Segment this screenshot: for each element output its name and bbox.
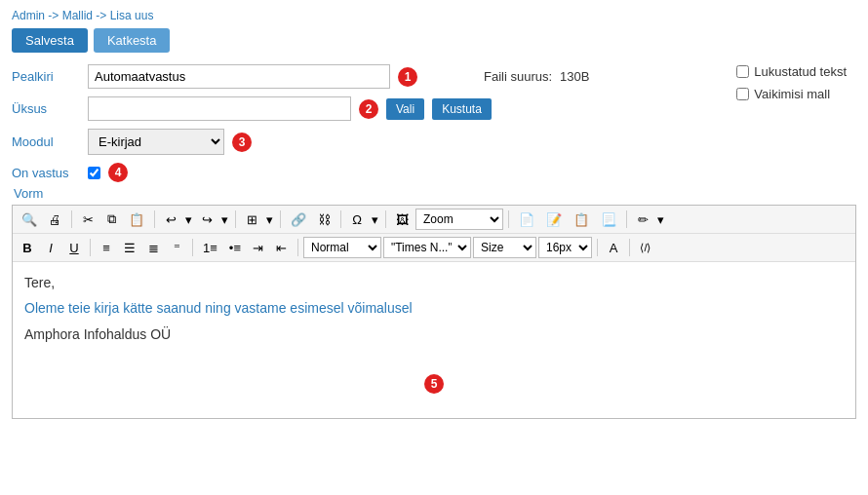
print-icon-btn[interactable]: 🖨: [44, 209, 66, 230]
table-dropdown-btn[interactable]: ▾: [264, 209, 275, 230]
bold-btn[interactable]: B: [17, 237, 38, 258]
sep9: [90, 239, 91, 256]
pencil-dropdown-btn[interactable]: ▾: [655, 209, 666, 230]
font-size-select[interactable]: Size: [473, 237, 536, 258]
badge-2: 2: [359, 99, 378, 119]
vaikimisi-mall-row: Vaikimisi mall: [736, 87, 847, 101]
source-btn[interactable]: ⟨/⟩: [635, 237, 656, 258]
lukustatud-tekst-checkbox[interactable]: [736, 65, 749, 78]
sep2: [154, 210, 155, 228]
paste-word-btn[interactable]: 📝: [541, 209, 567, 230]
editor-line-3: Amphora Infohaldus OÜ: [24, 324, 844, 345]
image-icon-btn[interactable]: 🖼: [391, 209, 414, 230]
indent-btn[interactable]: ⇥: [248, 237, 269, 258]
italic-btn[interactable]: I: [40, 237, 61, 258]
pencil-icon-btn[interactable]: ✏: [632, 209, 653, 230]
badge-4: 4: [108, 163, 128, 182]
faili-suurus-value: 130B: [560, 69, 589, 84]
toolbar-row-2: B I U ≡ ☰ ≣ ⁼ 1≡ •≡ ⇥ ⇤ Normal: [13, 234, 855, 262]
redo-icon-btn[interactable]: ↪: [196, 209, 217, 230]
font-color-btn[interactable]: A: [603, 237, 624, 258]
paste3-btn[interactable]: 📃: [596, 209, 621, 230]
justify-btn[interactable]: ⁼: [166, 237, 187, 258]
align-left-btn[interactable]: ≡: [96, 237, 117, 258]
moodul-label: Moodul: [12, 134, 80, 149]
ordered-list-btn[interactable]: 1≡: [198, 237, 222, 258]
pealkiri-label: Pealkiri: [12, 69, 80, 84]
lukustatud-tekst-label: Lukustatud tekst: [754, 64, 847, 79]
sep3: [235, 210, 236, 228]
sep5: [340, 210, 341, 228]
editor-content[interactable]: Tere, Oleme teie kirja kätte saanud ning…: [13, 262, 855, 418]
outdent-btn[interactable]: ⇤: [271, 237, 293, 258]
align-right-btn[interactable]: ≣: [142, 237, 164, 258]
paste-icon-btn[interactable]: 📋: [124, 209, 149, 230]
omega-icon-btn[interactable]: Ω: [346, 209, 368, 230]
sep4: [280, 210, 281, 228]
copy-icon-btn[interactable]: ⧉: [100, 209, 122, 230]
table-icon-btn[interactable]: ⊞: [241, 209, 262, 230]
toolbar-row-1: 🔍 🖨 ✂ ⧉ 📋 ↩ ▾ ↪ ▾ ⊞ ▾ 🔗 ⛓: [13, 206, 855, 234]
underline-btn[interactable]: U: [63, 237, 85, 258]
align-center-btn[interactable]: ☰: [119, 237, 140, 258]
badge-1: 1: [398, 67, 417, 87]
sep1: [71, 210, 72, 228]
unlink-icon-btn[interactable]: ⛓: [313, 209, 335, 230]
zoom-select[interactable]: Zoom: [415, 209, 503, 230]
kustuta-button[interactable]: Kustuta: [432, 98, 492, 120]
sep12: [597, 239, 598, 256]
unordered-list-btn[interactable]: •≡: [224, 237, 246, 258]
on-vastus-checkbox[interactable]: [88, 167, 100, 179]
badge-3: 3: [232, 133, 252, 152]
cancel-button[interactable]: Katkesta: [94, 28, 171, 53]
paste-plain-btn[interactable]: 📄: [514, 209, 539, 230]
vali-button[interactable]: Vali: [386, 98, 424, 120]
undo-dropdown-btn[interactable]: ▾: [183, 209, 194, 230]
save-button[interactable]: Salvesta: [12, 28, 88, 53]
omega-dropdown-btn[interactable]: ▾: [370, 209, 380, 230]
search-icon-btn[interactable]: 🔍: [17, 209, 42, 230]
faili-suurus-label: Faili suurus:: [484, 69, 552, 84]
sep8: [626, 210, 627, 228]
badge-5: 5: [424, 374, 444, 394]
font-size-value-select[interactable]: 16px: [538, 237, 592, 258]
redo-dropdown-btn[interactable]: ▾: [219, 209, 230, 230]
lukustatud-tekst-row: Lukustatud tekst: [736, 64, 847, 79]
on-vastus-label: On vastus: [12, 166, 80, 180]
undo-icon-btn[interactable]: ↩: [160, 209, 181, 230]
vorm-label: Vorm: [14, 186, 43, 201]
breadcrumb-text: Admin -> Mallid -> Lisa uus: [12, 9, 153, 22]
moodul-select[interactable]: E-kirjad: [88, 129, 224, 155]
sep11: [297, 239, 298, 256]
sep6: [385, 210, 386, 228]
paste2-btn[interactable]: 📋: [569, 209, 594, 230]
pealkiri-input[interactable]: [88, 64, 390, 89]
editor-link-text: Oleme teie kirja kätte saanud ning vasta…: [24, 300, 413, 316]
editor-line-2: Oleme teie kirja kätte saanud ning vasta…: [24, 297, 844, 319]
yksus-input[interactable]: [88, 96, 351, 121]
vaikimisi-mall-checkbox[interactable]: [736, 88, 749, 100]
breadcrumb: Admin -> Mallid -> Lisa uus: [12, 8, 856, 22]
cut-icon-btn[interactable]: ✂: [77, 209, 99, 230]
sep7: [508, 210, 509, 228]
sep10: [192, 239, 193, 256]
sep13: [629, 239, 630, 256]
paragraph-format-select[interactable]: Normal: [303, 237, 381, 258]
editor-wrapper: 🔍 🖨 ✂ ⧉ 📋 ↩ ▾ ↪ ▾ ⊞ ▾ 🔗 ⛓: [12, 205, 856, 419]
yksus-label: Üksus: [12, 101, 80, 116]
link-icon-btn[interactable]: 🔗: [286, 209, 311, 230]
vaikimisi-mall-label: Vaikimisi mall: [754, 87, 830, 101]
editor-line-1: Tere,: [24, 272, 844, 293]
font-name-select[interactable]: "Times N...": [383, 237, 471, 258]
